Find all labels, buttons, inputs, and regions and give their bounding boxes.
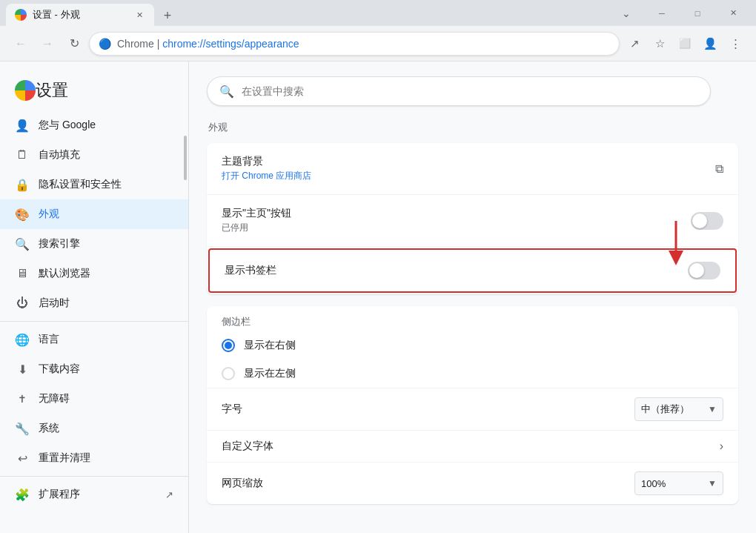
- sidebar-settings-section: 侧边栏 显示在右侧 显示在左侧 字号 中（推荐） ▼: [207, 306, 738, 504]
- sidebar: 设置 👤 您与 Google 🗒 自动填充 🔒 隐私设置和安全性 🎨 外观 🔍 …: [0, 62, 189, 533]
- new-tab-button[interactable]: +: [157, 5, 178, 26]
- toolbar-icons: ↗ ☆ ⬜ 👤 ⋮: [623, 32, 747, 56]
- search-input[interactable]: [242, 85, 698, 97]
- zoom-label: 网页缩放: [222, 477, 634, 490]
- sidebar-label-google: 您与 Google: [39, 119, 173, 132]
- sidebar-item-language[interactable]: 🌐 语言: [0, 325, 188, 354]
- sidebar-label-privacy: 隐私设置和安全性: [39, 178, 173, 191]
- zoom-dropdown[interactable]: 100% ▼: [634, 471, 723, 495]
- sidebar-item-google[interactable]: 👤 您与 Google: [0, 110, 188, 140]
- url-display: Chrome | chrome://settings/appearance: [117, 38, 610, 50]
- sidebar-item-extensions[interactable]: 🧩 扩展程序 ↗: [0, 480, 188, 509]
- sidebar-label-startup: 启动时: [39, 297, 173, 310]
- sidebar-item-search[interactable]: 🔍 搜索引擎: [0, 229, 188, 259]
- sidebar-item-download[interactable]: ⬇ 下载内容: [0, 354, 188, 384]
- url-chrome-label: Chrome: [117, 38, 154, 50]
- privacy-icon: 🔒: [15, 178, 30, 192]
- sidebar-label-browser: 默认浏览器: [39, 267, 173, 280]
- font-size-label: 字号: [222, 403, 634, 416]
- sidebar-item-privacy[interactable]: 🔒 隐私设置和安全性: [0, 170, 188, 199]
- radio-right-label: 显示在右侧: [244, 339, 296, 352]
- font-size-row: 字号 中（推荐） ▼: [207, 388, 738, 430]
- reset-icon: ↩: [15, 451, 30, 466]
- active-tab[interactable]: 设置 - 外观 ✕: [6, 4, 154, 26]
- scrollbar-thumb[interactable]: [184, 136, 187, 180]
- accessibility-icon: ✝: [15, 393, 30, 405]
- menu-button[interactable]: ⋮: [723, 32, 747, 56]
- font-size-value: 中（推荐）: [641, 403, 689, 416]
- sidebar-label-download: 下载内容: [39, 362, 173, 376]
- home-button-info: 显示"主页"按钮 已停用: [222, 207, 691, 234]
- sidebar-item-accessibility[interactable]: ✝ 无障碍: [0, 384, 188, 414]
- close-window-button[interactable]: ✕: [716, 2, 750, 24]
- collapse-button[interactable]: ⌄: [609, 2, 643, 24]
- zoom-row: 网页缩放 100% ▼: [207, 462, 738, 504]
- autofill-icon: 🗒: [15, 148, 30, 162]
- refresh-button[interactable]: ↻: [62, 32, 86, 56]
- radio-right[interactable]: [222, 339, 235, 352]
- url-full: chrome://settings/appearance: [162, 38, 299, 50]
- sidebar-header: 设置: [0, 67, 188, 110]
- sidebar-item-appearance[interactable]: 🎨 外观: [0, 199, 188, 229]
- font-size-dropdown-arrow: ▼: [708, 404, 717, 414]
- browser-icon: 🖥: [15, 267, 30, 280]
- tab-favicon: [15, 9, 27, 21]
- tab-search-button[interactable]: ⬜: [673, 32, 697, 56]
- settings-card: 主题背景 打开 Chrome 应用商店 ⧉ 显示"主页"按钮 已停用 显示书签栏: [207, 143, 738, 294]
- home-button-label: 显示"主页"按钮: [222, 207, 691, 220]
- theme-external-link-icon[interactable]: ⧉: [715, 162, 723, 176]
- sidebar-item-reset[interactable]: ↩ 重置并清理: [0, 443, 188, 473]
- zoom-dropdown-arrow: ▼: [708, 478, 717, 489]
- sidebar-label-language: 语言: [39, 333, 173, 346]
- home-button-setting-row: 显示"主页"按钮 已停用: [207, 195, 738, 247]
- bookmarks-bar-toggle[interactable]: [688, 262, 720, 279]
- sidebar-label-appearance: 外观: [39, 208, 173, 221]
- nav-bar: ← → ↻ 🔵 Chrome | chrome://settings/appea…: [0, 26, 756, 62]
- address-bar[interactable]: 🔵 Chrome | chrome://settings/appearance: [89, 32, 620, 56]
- title-bar: 设置 - 外观 ✕ + ⌄ ─ □ ✕: [0, 0, 756, 26]
- sidebar-section-label: 侧边栏: [207, 306, 738, 331]
- custom-font-row[interactable]: 自定义字体 ›: [207, 430, 738, 462]
- theme-setting-info: 主题背景 打开 Chrome 应用商店: [222, 155, 715, 182]
- security-icon: 🔵: [99, 38, 111, 50]
- system-icon: 🔧: [15, 422, 30, 436]
- main-layout: 设置 👤 您与 Google 🗒 自动填充 🔒 隐私设置和安全性 🎨 外观 🔍 …: [0, 62, 756, 533]
- bookmarks-bar-setting-row: 显示书签栏: [208, 248, 737, 293]
- minimize-button[interactable]: ─: [645, 2, 679, 24]
- language-icon: 🌐: [15, 333, 30, 347]
- radio-left-label: 显示在左侧: [244, 367, 296, 380]
- home-button-toggle[interactable]: [691, 212, 723, 230]
- sidebar-right-option[interactable]: 显示在右侧: [207, 331, 738, 360]
- window-controls: ⌄ ─ □ ✕: [609, 2, 750, 24]
- sidebar-item-system[interactable]: 🔧 系统: [0, 414, 188, 443]
- scrollbar-track[interactable]: [184, 121, 187, 533]
- section-title: 外观: [207, 121, 738, 134]
- sidebar-item-startup[interactable]: ⏻ 启动时: [0, 288, 188, 318]
- radio-left[interactable]: [222, 367, 235, 380]
- home-button-sublabel: 已停用: [222, 222, 691, 234]
- profile-button[interactable]: 👤: [698, 32, 722, 56]
- font-size-dropdown[interactable]: 中（推荐） ▼: [634, 397, 723, 421]
- close-tab-button[interactable]: ✕: [133, 9, 145, 21]
- maximize-button[interactable]: □: [680, 2, 714, 24]
- forward-button[interactable]: →: [36, 32, 59, 56]
- sidebar-label-extensions: 扩展程序: [39, 488, 156, 501]
- sidebar-label-system: 系统: [39, 422, 173, 435]
- custom-font-chevron: ›: [720, 440, 723, 453]
- bookmarks-bar-info: 显示书签栏: [225, 264, 688, 277]
- sidebar-label-reset: 重置并清理: [39, 451, 173, 465]
- share-button[interactable]: ↗: [623, 32, 646, 56]
- search-bar-container: 🔍: [207, 76, 738, 106]
- search-bar[interactable]: 🔍: [207, 76, 711, 106]
- bookmark-button[interactable]: ☆: [648, 32, 672, 56]
- chrome-logo: [15, 80, 36, 101]
- theme-sublabel[interactable]: 打开 Chrome 应用商店: [222, 170, 715, 182]
- download-icon: ⬇: [15, 362, 30, 377]
- sidebar-left-option[interactable]: 显示在左侧: [207, 360, 738, 388]
- sidebar-item-autofill[interactable]: 🗒 自动填充: [0, 140, 188, 170]
- sidebar-label-search: 搜索引擎: [39, 237, 173, 251]
- extensions-external-icon: ↗: [165, 489, 173, 500]
- sidebar-item-browser[interactable]: 🖥 默认浏览器: [0, 259, 188, 288]
- back-button[interactable]: ←: [9, 32, 33, 56]
- appearance-icon: 🎨: [15, 208, 30, 222]
